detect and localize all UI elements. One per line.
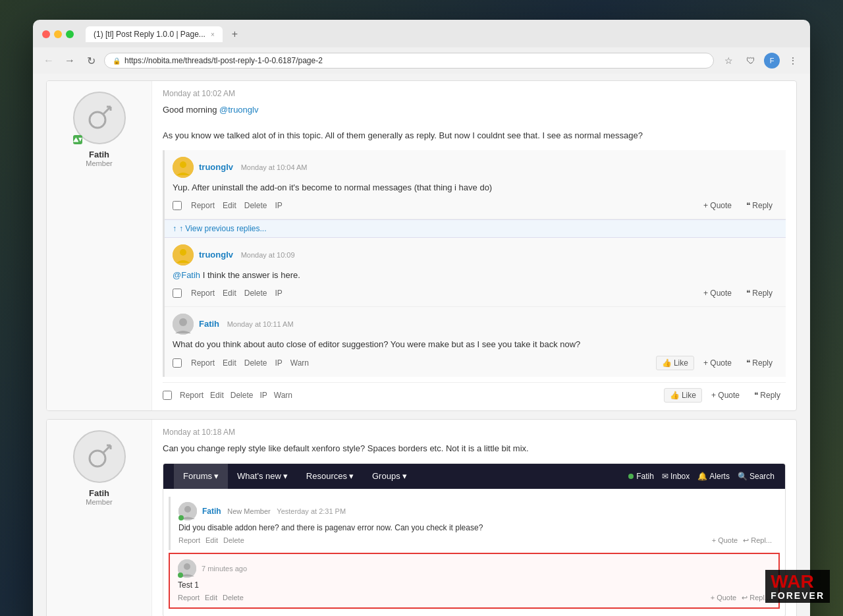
report-link[interactable]: Report [188,200,217,211]
tab-close-button[interactable]: × [211,31,215,38]
post-role: Member [86,159,112,167]
forums-label: Forums [183,471,212,481]
reply-actions-right: + Quote ❝ Reply [698,287,778,300]
ss-new-delete-link[interactable]: Delete [223,594,244,602]
back-button[interactable]: ← [41,53,57,69]
reply-avatar [173,244,194,266]
ss-new-edit-link[interactable]: Edit [205,594,217,602]
whatsnew-nav[interactable]: What's new ▾ [228,464,297,489]
browser-toolbar: ← → ↻ 🔒 https://nobita.me/threads/tl-pos… [33,47,810,74]
forums-nav[interactable]: Forums ▾ [174,464,228,489]
browser-tab[interactable]: (1) [tl] Post Reply 1.0.0 | Page... × [86,26,223,42]
quote-button[interactable]: + Quote [698,287,737,300]
shield-button[interactable]: 🛡 [742,51,760,70]
mention-link[interactable]: @Fatih [173,270,200,280]
view-previous-replies[interactable]: ↑ ↑ View previous replies... [165,219,786,238]
reply-header: truonglv Monday at 10:04 AM [173,157,778,178]
ss-actions: Report Edit Delete + Quote ↩ Repl... [178,536,772,545]
select-checkbox[interactable] [173,289,182,298]
fatih-reply-avatar-icon [173,314,194,335]
select-checkbox[interactable] [173,358,182,368]
maximize-traffic-light[interactable] [66,30,74,38]
refresh-button[interactable]: ↻ [83,53,99,69]
report-link[interactable]: Report [188,287,217,299]
avatar-wrapper-2 [73,430,126,483]
tab-title: (1) [tl] Post Reply 1.0.0 | Page... [94,30,205,39]
svg-point-16 [184,506,191,513]
inbox-button[interactable]: ✉ Inbox [662,472,690,481]
ss-delete-link[interactable]: Delete [223,536,244,545]
reply-button[interactable]: ❝ Reply [749,389,786,402]
reply-username: truonglv Monday at 10:04 AM [199,162,308,172]
delete-link[interactable]: Delete [228,389,256,401]
mention-link[interactable]: @truonglv [219,105,258,115]
edit-link[interactable]: Edit [220,200,239,211]
ss-reply-link[interactable]: ↩ Repl... [743,536,772,545]
select-checkbox[interactable] [173,201,182,210]
report-link[interactable]: Report [188,357,217,369]
post-body: Good morning @truonglv As you know we ta… [163,103,786,142]
delete-link[interactable]: Delete [242,200,270,211]
reply-button[interactable]: ❝ Reply [741,199,778,212]
warn-link[interactable]: Warn [288,357,312,369]
address-bar[interactable]: 🔒 https://nobita.me/threads/tl-post-repl… [104,53,714,69]
resources-nav[interactable]: Resources ▾ [297,464,363,489]
main-select-checkbox[interactable] [163,391,172,400]
report-link[interactable]: Report [177,389,206,401]
ss-new-quote-link[interactable]: + Quote [711,594,736,602]
reply-item: truonglv Monday at 10:09 @Fatih I think … [165,238,786,307]
groups-nav[interactable]: Groups ▾ [363,464,416,489]
svg-point-6 [180,161,186,168]
forward-button[interactable]: → [62,53,78,69]
ss-new-right-actions: + Quote ↩ Repl... [711,594,771,602]
quote-button[interactable]: + Quote [698,199,737,212]
alerts-button[interactable]: 🔔 Alerts [697,472,730,481]
menu-button[interactable]: ⋮ [784,51,802,70]
delete-link[interactable]: Delete [242,287,270,299]
lock-icon: 🔒 [113,57,121,65]
ss-avatar-2 [178,559,196,578]
view-prev-label: ↑ View previous replies... [179,224,267,233]
profile-icon[interactable]: F [764,53,780,69]
ip-link[interactable]: IP [272,200,285,211]
minimize-traffic-light[interactable] [54,30,62,38]
reply-actions: Report Edit Delete IP + Quote ❝ Reply [173,199,778,212]
search-button[interactable]: 🔍 Search [738,472,775,481]
reply-button[interactable]: ❝ Reply [741,287,778,300]
profile-name: Fatih [636,472,654,481]
reply-actions: Report Edit Delete IP Warn 👍 Like + Quot… [173,356,778,370]
ss-body: Did you disable addon here? and there is… [178,523,772,532]
quote-button[interactable]: + Quote [698,356,737,370]
close-traffic-light[interactable] [42,30,50,38]
ss-edit-link[interactable]: Edit [205,536,218,545]
ip-link[interactable]: IP [257,389,269,401]
ss-report-link[interactable]: Report [178,536,200,545]
bookmark-button[interactable]: ☆ [719,51,738,70]
profile-button[interactable]: Fatih [628,472,654,481]
post-body-text: As you know we talked alot of in this to… [163,130,643,140]
resources-label: Resources [306,471,347,481]
edit-link[interactable]: Edit [207,389,227,401]
like-button[interactable]: 👍 Like [656,356,694,370]
edit-link[interactable]: Edit [220,357,239,369]
post-actions-left: Report Edit Delete IP Warn [163,389,295,401]
reply-button[interactable]: ❝ Reply [741,356,778,370]
post-timestamp: Monday at 10:02 AM [163,89,786,98]
quote-button[interactable]: + Quote [706,389,745,402]
whatsnew-label: What's new [237,471,281,481]
like-button[interactable]: 👍 Like [664,388,702,403]
inbox-icon: ✉ [662,472,668,481]
new-tab-button[interactable]: + [232,28,238,40]
reply-avatar-grey [173,314,194,335]
warn-link[interactable]: Warn [271,389,295,401]
male-icon-2 [83,440,116,473]
edit-link[interactable]: Edit [220,287,239,299]
ss-quote-link[interactable]: + Quote [712,536,738,545]
ip-link[interactable]: IP [272,287,285,299]
watermark: WAR FOREVER [765,570,830,603]
svg-point-0 [90,112,105,128]
ss-new-actions: Report Edit Delete + Quote ↩ Repl... [178,594,771,602]
ip-link[interactable]: IP [272,357,285,369]
delete-link[interactable]: Delete [242,357,270,369]
ss-new-report-link[interactable]: Report [178,594,200,602]
